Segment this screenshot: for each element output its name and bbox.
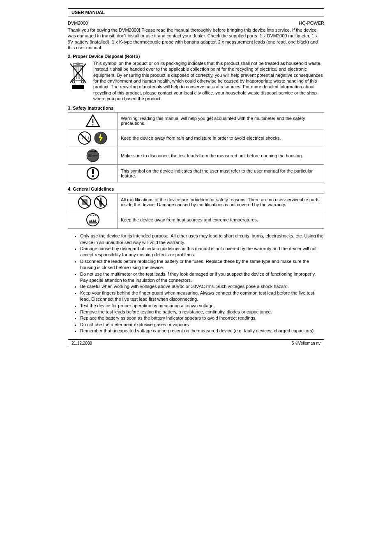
list-item: Remove the test leads before testing the… [80, 309, 324, 315]
warning-triangle-icon [68, 113, 118, 129]
unplug-icon [68, 147, 118, 165]
list-item: Do not use the multimeter or the test le… [80, 271, 324, 284]
svg-point-27 [83, 203, 83, 204]
safety-text-3: Make sure to disconnect the test leads f… [118, 147, 324, 165]
svg-point-26 [86, 200, 87, 201]
safety-symbol-table: Warning: reading this manual will help y… [68, 112, 324, 182]
caution-circle-icon [68, 165, 118, 182]
guidelines-text-1: All modifications of the device are forb… [118, 193, 324, 211]
section-heading-guidelines: 4. General Guidelines [68, 187, 324, 191]
svg-rect-31 [100, 198, 101, 201]
guidelines-text-2: Keep the device away from heat sources a… [118, 211, 324, 229]
product-code-right: HQ-POWER [299, 21, 324, 25]
safety-text-4: This symbol on the device indicates that… [118, 165, 324, 182]
list-item: Replace the battery as soon as the batte… [80, 315, 324, 321]
intro-paragraph: Thank you for buying the DVM2000! Please… [68, 27, 324, 51]
svg-point-7 [81, 81, 84, 83]
section-heading-disposal: 2. Proper Device Disposal (RoHS) [68, 54, 324, 59]
no-disassemble-icon [68, 193, 118, 211]
svg-rect-10 [72, 85, 84, 89]
list-item: Test the device for proper operation by … [80, 303, 324, 309]
product-code-left: DVM2000 [68, 21, 88, 25]
weee-block: This symbol on the product or on its pac… [68, 60, 324, 101]
svg-rect-34 [89, 222, 97, 223]
safety-text-2: Keep the device away from rain and moist… [118, 129, 324, 147]
list-item: Damage caused by disregard of certain gu… [80, 246, 324, 258]
svg-rect-17 [88, 154, 92, 157]
svg-rect-21 [92, 169, 94, 174]
svg-point-6 [72, 81, 75, 83]
list-item: Be careful when working with voltages ab… [80, 283, 324, 290]
page-header: USER MANUAL [68, 8, 324, 16]
svg-line-4 [80, 67, 80, 79]
list-item: Only use the device for its intended pur… [80, 233, 324, 246]
weee-bin-icon [68, 60, 88, 92]
svg-point-12 [92, 124, 93, 126]
footer-date: 21.12.2009 [71, 341, 92, 345]
list-item: Disconnect the leads before replacing th… [80, 258, 324, 271]
svg-line-2 [76, 67, 76, 79]
guidelines-symbol-table: All modifications of the device are forb… [68, 193, 324, 229]
table-row: All modifications of the device are forb… [68, 193, 324, 211]
list-item: Keep your fingers behind the finger guar… [80, 290, 324, 303]
list-item: Do not use the meter near explosive gase… [80, 322, 324, 328]
list-item: Remember that unexpected voltage can be … [80, 328, 324, 334]
table-row: Make sure to disconnect the test leads f… [68, 147, 324, 165]
guidelines-bullets: Only use the device for its intended pur… [68, 233, 324, 334]
svg-line-29 [80, 198, 89, 207]
hot-surface-icon [68, 211, 118, 229]
table-row: Warning: reading this manual will help y… [68, 113, 324, 129]
safety-text-1: Warning: reading this manual will help y… [118, 113, 324, 129]
footer-copyright: 5 ©Velleman nv [292, 341, 321, 345]
product-code-row: DVM2000 HQ-POWER [68, 21, 324, 25]
page-footer: 21.12.2009 5 ©Velleman nv [68, 339, 324, 347]
svg-line-14 [80, 134, 89, 143]
table-row: Keep the device away from rain and moist… [68, 129, 324, 147]
header-title: USER MANUAL [71, 10, 105, 15]
svg-point-22 [92, 175, 94, 177]
table-row: Keep the device away from heat sources a… [68, 211, 324, 229]
table-row: This symbol on the device indicates that… [68, 165, 324, 182]
no-water-shock-icon [68, 129, 118, 147]
weee-text: This symbol on the product or on its pac… [93, 60, 324, 101]
section-heading-safety: 3. Safety Instructions [68, 106, 324, 111]
svg-rect-18 [92, 154, 95, 157]
